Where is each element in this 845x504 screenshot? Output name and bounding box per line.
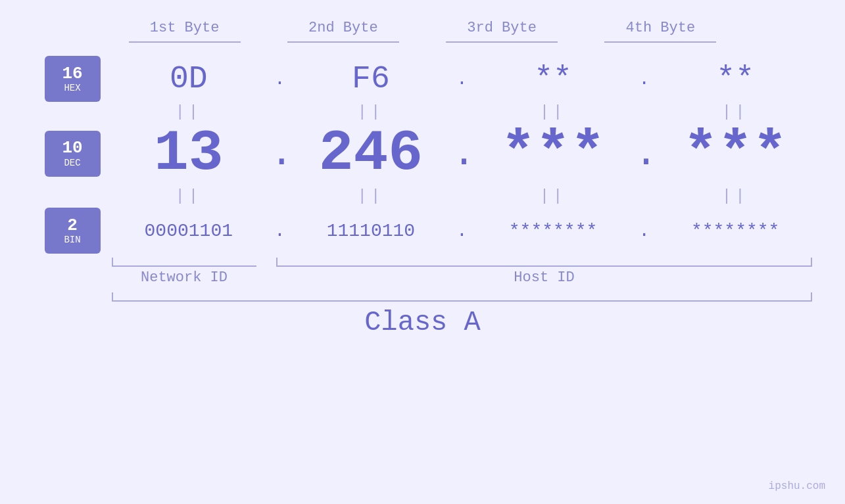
byte-header-1: 1st Byte bbox=[112, 20, 257, 43]
dec-dot-3: . bbox=[635, 131, 654, 176]
dec-badge-col: 10 DEC bbox=[33, 131, 112, 177]
hex-dot-3: . bbox=[635, 69, 654, 89]
hex-badge-col: 16 HEX bbox=[33, 56, 112, 102]
bin-byte-2: 11110110 bbox=[299, 221, 443, 241]
header-bracket-1 bbox=[129, 41, 241, 43]
eq-1-4: || bbox=[663, 103, 808, 121]
dec-badge: 10 DEC bbox=[45, 131, 101, 177]
hex-dot-1: . bbox=[270, 69, 289, 89]
eq-row-1: || || || || bbox=[0, 103, 845, 121]
byte-headers-row: 1st Byte 2nd Byte 3rd Byte 4th Byte bbox=[0, 20, 845, 43]
hex-byte-4: ** bbox=[663, 61, 808, 97]
eq-2-3: || bbox=[481, 187, 625, 205]
header-bracket-3 bbox=[446, 41, 558, 43]
eq-2-2: || bbox=[299, 187, 443, 205]
network-id-label: Network ID bbox=[112, 269, 256, 286]
dec-byte-2: 246 bbox=[299, 121, 443, 186]
bin-data-row: 2 BIN 00001101 . 11110110 . ******** . *… bbox=[0, 208, 845, 254]
eq-2-1: || bbox=[116, 187, 261, 205]
main-container: 1st Byte 2nd Byte 3rd Byte 4th Byte 16 H… bbox=[0, 0, 845, 504]
bin-values: 00001101 . 11110110 . ******** . *******… bbox=[112, 221, 812, 241]
eq-values-2: || || || || bbox=[112, 187, 812, 205]
eq-values-1: || || || || bbox=[112, 103, 812, 121]
bin-badge: 2 BIN bbox=[45, 208, 101, 254]
header-bracket-2 bbox=[287, 41, 399, 43]
eq-2-4: || bbox=[663, 187, 808, 205]
dec-values: 13 . 246 . *** . *** bbox=[112, 121, 812, 186]
hex-byte-1: 0D bbox=[116, 61, 261, 97]
byte-header-3: 3rd Byte bbox=[429, 20, 574, 43]
hex-byte-2: F6 bbox=[299, 61, 443, 97]
class-bracket bbox=[112, 292, 812, 302]
hex-values: 0D . F6 . ** . ** bbox=[112, 61, 812, 97]
byte-header-4: 4th Byte bbox=[588, 20, 733, 43]
watermark: ipshu.com bbox=[769, 480, 825, 492]
eq-1-2: || bbox=[299, 103, 443, 121]
eq-1-1: || bbox=[116, 103, 261, 121]
bin-byte-4: ******** bbox=[663, 221, 808, 241]
network-id-bracket bbox=[112, 258, 256, 267]
eq-1-3: || bbox=[481, 103, 625, 121]
dec-byte-4: *** bbox=[663, 121, 808, 186]
dec-byte-3: *** bbox=[481, 121, 625, 186]
hex-badge: 16 HEX bbox=[45, 56, 101, 102]
dec-dot-2: . bbox=[452, 131, 471, 176]
class-label: Class A bbox=[364, 307, 480, 338]
host-id-label: Host ID bbox=[276, 269, 812, 286]
hex-data-row: 16 HEX 0D . F6 . ** . ** bbox=[0, 56, 845, 102]
bin-badge-col: 2 BIN bbox=[33, 208, 112, 254]
header-bracket-4 bbox=[604, 41, 716, 43]
dec-data-row: 10 DEC 13 . 246 . *** . *** bbox=[0, 121, 845, 186]
bin-byte-3: ******** bbox=[481, 221, 625, 241]
bottom-bracket-row bbox=[0, 258, 845, 267]
hex-byte-3: ** bbox=[481, 61, 625, 97]
bin-dot-3: . bbox=[635, 221, 654, 241]
class-label-row: Class A bbox=[0, 307, 845, 338]
id-label-row: Network ID Host ID bbox=[0, 269, 845, 286]
bin-dot-2: . bbox=[452, 221, 471, 241]
class-bracket-container bbox=[0, 292, 845, 302]
host-id-bracket bbox=[276, 258, 812, 267]
eq-row-2: || || || || bbox=[0, 187, 845, 205]
dec-dot-1: . bbox=[270, 131, 289, 176]
dec-byte-1: 13 bbox=[116, 121, 261, 186]
bin-byte-1: 00001101 bbox=[116, 221, 261, 241]
hex-dot-2: . bbox=[452, 69, 471, 89]
byte-header-2: 2nd Byte bbox=[271, 20, 416, 43]
bin-dot-1: . bbox=[270, 221, 289, 241]
